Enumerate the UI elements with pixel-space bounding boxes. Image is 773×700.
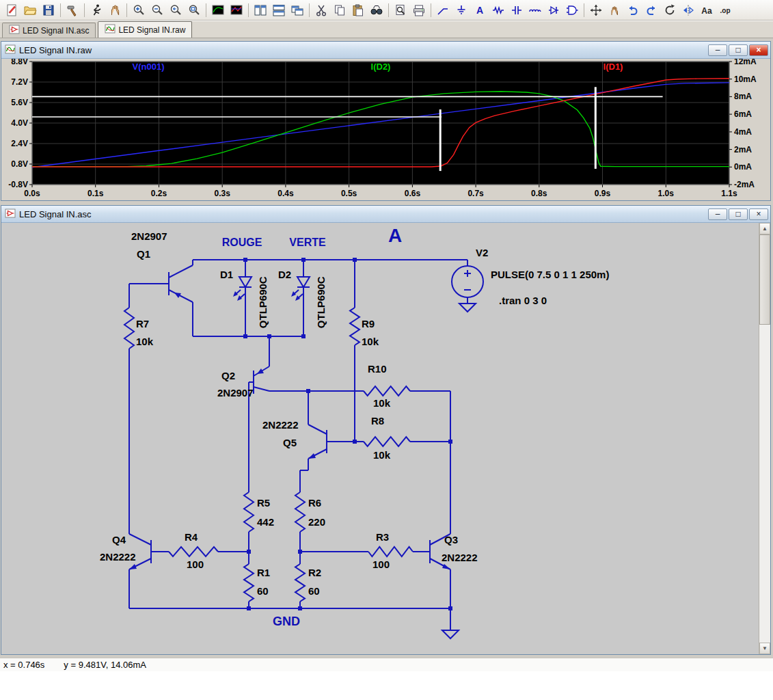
y-right-tick-label: 6mA <box>734 109 752 119</box>
cascade-windows-button[interactable] <box>288 2 306 18</box>
move-button[interactable] <box>587 2 605 18</box>
spice-directive-button[interactable]: .op <box>716 2 734 18</box>
schematic-label-r7_name[interactable]: R7 <box>136 319 149 330</box>
schematic-label-r10_value[interactable]: 10k <box>373 398 390 409</box>
autorange-button[interactable] <box>209 2 227 18</box>
scrollbar-track[interactable] <box>759 325 770 643</box>
plot-settings-button[interactable] <box>228 2 245 18</box>
zoom-out-button[interactable] <box>148 2 166 18</box>
close-button[interactable]: × <box>749 44 768 56</box>
tab-led-signal-in-asc[interactable]: LED Signal IN.asc <box>2 23 96 38</box>
schematic-window-titlebar[interactable]: LED Signal IN.asc – □ × <box>1 206 770 223</box>
mirror-button[interactable] <box>679 2 697 18</box>
schematic-label-r5_value[interactable]: 442 <box>257 517 274 528</box>
schematic-label-d2_model[interactable]: QTLP690C <box>316 261 327 343</box>
schematic-label-r7_value[interactable]: 10k <box>136 336 153 348</box>
schematic-label-r8_name[interactable]: R8 <box>371 416 384 427</box>
trace-name-label[interactable]: I(D2) <box>371 62 391 72</box>
run-button[interactable] <box>87 2 105 18</box>
schematic-label-q1_name[interactable]: Q1 <box>137 249 150 260</box>
schematic-label-r2_value[interactable]: 60 <box>308 586 320 597</box>
schematic-label-q3_name[interactable]: Q3 <box>444 535 458 546</box>
schematic-label-r4_name[interactable]: R4 <box>185 532 198 543</box>
cut-button[interactable] <box>312 2 330 18</box>
schematic-label-q3_type[interactable]: 2N2222 <box>442 552 478 564</box>
waveform-plot[interactable]: 8.8V7.2V5.6V4.0V2.4V0.8V-0.8V12mA10mA8mA… <box>1 59 770 200</box>
scroll-down-button[interactable]: ▼ <box>759 643 770 654</box>
text-button[interactable]: Aa <box>698 2 716 18</box>
inductor-button[interactable] <box>526 2 544 18</box>
paste-button[interactable] <box>349 2 367 18</box>
schematic-label-r10_name[interactable]: R10 <box>368 364 387 375</box>
rotate-button[interactable] <box>661 2 679 18</box>
schematic-label-r5_name[interactable]: R5 <box>257 498 270 509</box>
tile-vertical-button[interactable] <box>252 2 269 18</box>
schematic-label-r4_value[interactable]: 100 <box>187 559 204 571</box>
schematic-label-r8_value[interactable]: 10k <box>373 450 390 461</box>
zoom-back-button[interactable] <box>167 2 185 18</box>
schematic-label-r1_value[interactable]: 60 <box>257 586 269 597</box>
control-panel-button[interactable] <box>64 2 81 18</box>
schematic-label-verte[interactable]: VERTE <box>280 237 335 249</box>
schematic-label-q4_type[interactable]: 2N2222 <box>100 552 136 563</box>
tile-horizontal-button[interactable] <box>270 2 288 18</box>
redo-button[interactable] <box>642 2 660 18</box>
schematic-label-q4_name[interactable]: Q4 <box>112 535 126 546</box>
schematic-label-r6_name[interactable]: R6 <box>308 498 321 509</box>
schematic-label-q2_type[interactable]: 2N2907 <box>217 388 254 399</box>
minimize-button[interactable]: – <box>708 44 727 56</box>
schematic-label-rouge[interactable]: ROUGE <box>215 237 269 249</box>
tab-led-signal-in-raw[interactable]: LED Signal IN.raw <box>98 21 192 38</box>
capacitor-button[interactable] <box>508 2 526 18</box>
trace-name-label[interactable]: I(D1) <box>604 62 623 72</box>
schematic-label-q2_name[interactable]: Q2 <box>221 371 235 382</box>
scroll-up-button[interactable]: ▲ <box>759 223 770 234</box>
maximize-button[interactable]: □ <box>729 44 748 56</box>
new-schematic-button[interactable] <box>3 2 21 18</box>
drag-button[interactable] <box>606 2 623 18</box>
net-label-button[interactable]: A <box>471 2 489 18</box>
waveform-window-titlebar[interactable]: LED Signal IN.raw – □ × <box>1 42 770 59</box>
schematic-label-q5_type[interactable]: 2N2222 <box>262 420 299 431</box>
schematic-label-q5_name[interactable]: Q5 <box>283 438 297 449</box>
schematic-label-d1_model[interactable]: QTLP690C <box>258 261 269 343</box>
open-button[interactable] <box>21 2 39 18</box>
undo-button[interactable] <box>624 2 642 18</box>
minimize-button[interactable]: – <box>708 208 727 220</box>
resistor-button[interactable] <box>489 2 507 18</box>
close-button[interactable]: × <box>749 208 768 220</box>
wire-button[interactable] <box>434 2 452 18</box>
schematic-canvas[interactable] <box>1 223 759 654</box>
component-button[interactable] <box>563 2 581 18</box>
schematic-label-r2_name[interactable]: R2 <box>308 567 321 579</box>
zoom-full-button[interactable] <box>185 2 203 18</box>
schematic-label-r6_value[interactable]: 220 <box>308 517 325 528</box>
schematic-label-r3_name[interactable]: R3 <box>376 532 389 543</box>
save-button[interactable] <box>40 2 57 18</box>
schematic-label-tran_directive[interactable]: .tran 0 3 0 <box>499 295 547 307</box>
schematic-label-v2_name[interactable]: V2 <box>476 247 488 259</box>
find-button[interactable] <box>368 2 385 18</box>
schematic-label-r9_name[interactable]: R9 <box>362 319 375 330</box>
scrollbar-thumb[interactable] <box>759 234 770 325</box>
maximize-button[interactable]: □ <box>729 208 748 220</box>
schematic-label-d2_name[interactable]: D2 <box>278 269 291 281</box>
copy-button[interactable] <box>331 2 349 18</box>
halt-button[interactable] <box>106 2 124 18</box>
diode-button[interactable] <box>545 2 562 18</box>
schematic-label-r9_value[interactable]: 10k <box>362 336 379 348</box>
print-preview-button[interactable] <box>392 2 409 18</box>
waveform-plot-svg[interactable]: 8.8V7.2V5.6V4.0V2.4V0.8V-0.8V12mA10mA8mA… <box>1 59 770 200</box>
ground-button[interactable] <box>452 2 470 18</box>
schematic-label-r3_value[interactable]: 100 <box>372 559 390 571</box>
vertical-scrollbar[interactable]: ▲ ▼ <box>759 223 770 654</box>
schematic-label-node_a[interactable]: A <box>388 226 402 247</box>
schematic-label-d1_name[interactable]: D1 <box>220 269 233 281</box>
schematic-label-v2_value[interactable]: PULSE(0 7.5 0 1 1 250m) <box>491 269 609 281</box>
print-button[interactable] <box>410 2 428 18</box>
trace-name-label[interactable]: V(n001) <box>133 62 165 72</box>
zoom-in-button[interactable] <box>130 2 148 18</box>
schematic-label-q1_type[interactable]: 2N2907 <box>131 231 167 243</box>
schematic-label-gnd[interactable]: GND <box>273 615 300 629</box>
schematic-label-r1_name[interactable]: R1 <box>257 567 270 579</box>
